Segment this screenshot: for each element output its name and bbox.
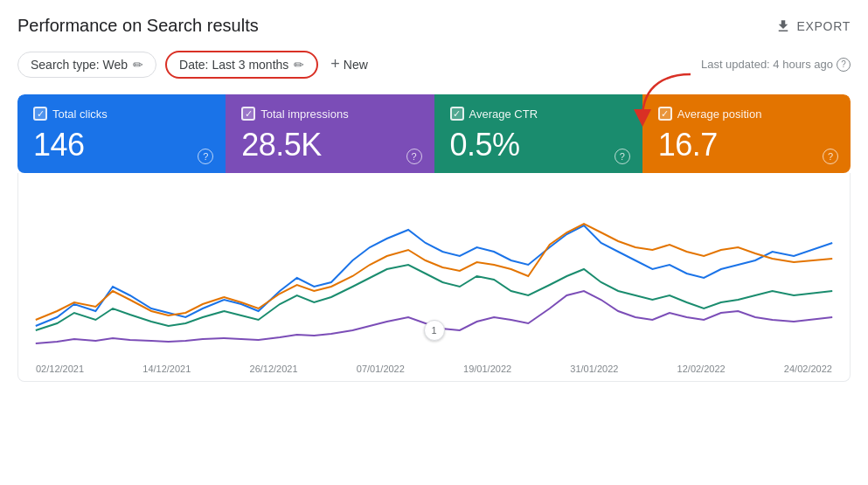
search-type-filter[interactable]: Search type: Web ✏ <box>17 52 156 78</box>
x-label-4: 19/01/2022 <box>463 364 511 374</box>
export-label: EXPORT <box>796 19 851 33</box>
metric-help-ctr[interactable]: ? <box>615 149 630 164</box>
pagination-dot: 1 <box>424 320 445 341</box>
plus-icon: + <box>330 55 340 73</box>
metric-value-impressions: 28.5K <box>241 128 418 163</box>
metric-header-clicks: Total clicks <box>33 107 210 121</box>
metric-help-clicks[interactable]: ? <box>198 149 213 164</box>
date-filter[interactable]: Date: Last 3 months ✏ <box>165 51 318 79</box>
metrics-row: Total clicks 146 ? Total impressions 28.… <box>17 94 851 173</box>
metric-card-impressions: Total impressions 28.5K ? <box>226 94 434 173</box>
metric-checkbox-ctr[interactable] <box>450 107 464 121</box>
metric-checkbox-impressions[interactable] <box>241 107 255 121</box>
search-type-label: Search type: Web <box>31 58 128 72</box>
metric-header-impressions: Total impressions <box>241 107 418 121</box>
metric-label-impressions: Total impressions <box>260 107 348 121</box>
x-axis-labels: 02/12/2021 14/12/2021 26/12/2021 07/01/2… <box>27 360 841 381</box>
x-label-3: 07/01/2022 <box>357 364 405 374</box>
search-type-edit-icon: ✏ <box>133 58 143 72</box>
x-label-6: 12/02/2022 <box>677 364 726 374</box>
metric-value-clicks: 146 <box>33 128 210 163</box>
metric-header-position: Average position <box>658 107 835 121</box>
add-filter-label: New <box>344 58 368 72</box>
date-edit-icon: ✏ <box>294 58 304 72</box>
metric-label-clicks: Total clicks <box>52 107 108 121</box>
metric-label-position: Average position <box>677 107 762 121</box>
date-label: Date: Last 3 months <box>179 58 288 72</box>
metric-card-clicks: Total clicks 146 ? <box>17 94 226 173</box>
export-icon <box>775 18 791 34</box>
page-title: Performance on Search results <box>17 16 259 36</box>
metric-header-ctr: Average CTR <box>450 107 627 121</box>
x-label-0: 02/12/2021 <box>36 364 84 374</box>
x-label-1: 14/12/2021 <box>142 364 191 374</box>
metric-card-position: Average position 16.7 ? <box>642 94 851 173</box>
x-label-5: 31/01/2022 <box>570 364 618 374</box>
metric-label-ctr: Average CTR <box>469 107 538 121</box>
chart-area: 1 02/12/2021 14/12/2021 26/12/2021 07/01… <box>17 173 851 382</box>
x-label-2: 26/12/2021 <box>250 364 298 374</box>
metric-help-position[interactable]: ? <box>823 149 838 164</box>
help-circle-icon[interactable]: ? <box>837 58 851 72</box>
metric-checkbox-clicks[interactable] <box>33 107 47 121</box>
metric-card-ctr: Average CTR 0.5% ? <box>434 94 642 173</box>
metric-checkbox-position[interactable] <box>658 107 672 121</box>
metrics-wrapper: Total clicks 146 ? Total impressions 28.… <box>17 94 851 173</box>
x-label-7: 24/02/2022 <box>784 364 832 374</box>
add-filter-button[interactable]: + New <box>327 50 372 79</box>
metric-help-impressions[interactable]: ? <box>406 149 422 164</box>
last-updated: Last updated: 4 hours ago ? <box>701 58 851 72</box>
metric-value-ctr: 0.5% <box>450 128 627 163</box>
filter-row: Search type: Web ✏ Date: Last 3 months ✏… <box>17 50 851 79</box>
export-button[interactable]: EXPORT <box>775 18 851 34</box>
metric-value-position: 16.7 <box>658 128 835 163</box>
